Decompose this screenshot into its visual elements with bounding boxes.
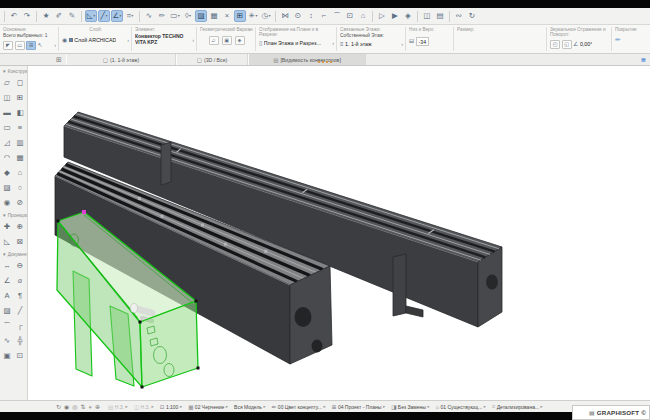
selection-node[interactable]: [141, 386, 144, 389]
snap-guides-icon[interactable]: ∠▾: [111, 10, 123, 22]
orbit-icon[interactable]: ↻: [56, 404, 61, 410]
pen-icon[interactable]: ✏: [156, 10, 168, 22]
level-dimension-tool[interactable]: ⊖: [14, 258, 27, 273]
zone-tool[interactable]: ⌂: [14, 165, 27, 180]
chevron-icon[interactable]: ›: [331, 40, 334, 46]
arrow-tool-icon[interactable]: ◤: [3, 41, 13, 50]
close-icon[interactable]: ×: [221, 10, 233, 22]
geometry-variant-2-icon[interactable]: ▣: [222, 36, 232, 45]
trace-reference-icon[interactable]: ▨: [195, 10, 207, 22]
morph-tool[interactable]: ◆: [1, 165, 14, 180]
overrides-field[interactable]: ◨Без Замены▸: [391, 404, 429, 410]
selection-node[interactable]: [139, 321, 142, 324]
spline-tool[interactable]: ∿: [1, 333, 14, 348]
fit-height-icon[interactable]: ↕: [305, 10, 317, 22]
dimension-standard-field[interactable]: ⌗Детализирована...▸: [492, 403, 543, 410]
skylight-tool[interactable]: ◧: [14, 105, 27, 120]
tab-overview-icon[interactable]: ⊞: [52, 54, 66, 65]
partial-structure-field[interactable]: ◫Н.З.▸: [134, 404, 154, 410]
zoom-icon[interactable]: ◎: [72, 404, 77, 410]
pen-set-field[interactable]: ✏00 Цвет концепту...▸: [272, 404, 326, 410]
floor-plan-cut-field[interactable]: ▤Н.З.▸: [108, 404, 128, 410]
layer-value[interactable]: Слой ARCHICAD: [74, 37, 116, 43]
layouts-icon[interactable]: ◈: [402, 10, 414, 22]
camera-tool[interactable]: ✚: [1, 219, 14, 234]
gear-icon[interactable]: ✳▾: [247, 10, 259, 22]
chevron-icon[interactable]: ›: [400, 41, 403, 47]
inject-parameters-icon[interactable]: ✎: [66, 10, 78, 22]
canvas-3d[interactable]: [28, 66, 650, 400]
toolbox-section-header[interactable]: ▼ Документирование: [0, 249, 27, 258]
opening-tool[interactable]: ⊘: [14, 195, 27, 210]
rotation-angle-value[interactable]: 0,00°: [580, 41, 592, 47]
guide-lines-icon[interactable]: ╱▾: [98, 10, 110, 22]
renovation-field[interactable]: ⌂01 Существующ...▸: [436, 404, 486, 410]
arc-tool[interactable]: ⌒: [1, 318, 14, 333]
undo-icon[interactable]: ↶: [8, 10, 20, 22]
clock-icon[interactable]: ◷▾: [260, 10, 272, 22]
toolbox-section-header[interactable]: ▼ Проекции: [0, 210, 27, 219]
toolbox-section-header[interactable]: ▼ Конструирование: [0, 66, 27, 75]
selection-settings-icon[interactable]: ⊞: [26, 41, 36, 50]
wall-tool[interactable]: ▱: [1, 75, 14, 90]
dimension-tool[interactable]: ↔: [1, 258, 14, 273]
link-icon[interactable]: ∾: [453, 10, 465, 22]
grid-icon[interactable]: ⊞: [234, 10, 246, 22]
selection-node[interactable]: [197, 367, 200, 370]
text-tool[interactable]: A: [1, 288, 14, 303]
lamp-tool[interactable]: ◉: [1, 195, 14, 210]
display-value[interactable]: План Этажа и Разрез...: [264, 40, 321, 46]
railing-tool[interactable]: ▥: [14, 135, 27, 150]
snap-grid-icon[interactable]: ⌗▾: [124, 10, 136, 22]
radial-dimension-tool[interactable]: ⌀: [14, 273, 27, 288]
lock-icon[interactable]: ◊▾: [182, 10, 194, 22]
geometry-variant-1-icon[interactable]: ▱: [209, 36, 219, 45]
stair-tool[interactable]: ≡: [14, 120, 27, 135]
selection-node[interactable]: [195, 300, 198, 303]
stories-value[interactable]: 1. 1-й этаж: [345, 41, 371, 47]
redo-icon[interactable]: ↷: [21, 10, 33, 22]
scale-field[interactable]: ⊡1:100▸: [160, 404, 182, 410]
shell-tool[interactable]: ◠: [1, 150, 14, 165]
gravity-icon[interactable]: ◺▾: [85, 10, 97, 22]
elevation-value[interactable]: -34: [416, 37, 430, 46]
pickup-parameters-icon[interactable]: ✐: [53, 10, 65, 22]
selection-hotspot-node[interactable]: [82, 210, 86, 214]
magnify-icon[interactable]: ⊕: [95, 404, 100, 410]
tab-3[interactable]: ▤[Видимость конвекторов]: [248, 54, 366, 65]
tab-1[interactable]: ▢(1. 1-й этаж): [66, 54, 176, 65]
fillet-icon[interactable]: ⌒: [331, 10, 343, 22]
curtain-wall-tool[interactable]: ▦: [14, 150, 27, 165]
fill-tool[interactable]: ▨: [1, 303, 14, 318]
favorites-icon[interactable]: ★: [40, 10, 52, 22]
picture-icon[interactable]: ▤: [434, 10, 446, 22]
geometry-variant-3-icon[interactable]: ◈: [235, 36, 245, 45]
slab-tool[interactable]: ▭: [1, 120, 14, 135]
figure-tool[interactable]: ▣: [1, 348, 14, 363]
hotspot-tool[interactable]: ╬: [14, 333, 27, 348]
marquee-tool-icon[interactable]: ▭: [15, 41, 25, 50]
flag-icon[interactable]: ▷: [376, 10, 388, 22]
paint-brush-icon[interactable]: ✏: [615, 36, 621, 43]
column-tool[interactable]: ◫: [1, 90, 14, 105]
layer-combination-field[interactable]: ▦02 Черчение▸: [188, 404, 228, 410]
angle-dimension-tool[interactable]: ∠: [1, 273, 14, 288]
structure-display-field[interactable]: Вся Модель▸: [234, 404, 266, 410]
back-convector-left-leg[interactable]: [161, 142, 171, 185]
pan-icon[interactable]: ⇅: [81, 404, 86, 410]
marquee-icon[interactable]: ▭▾: [169, 10, 181, 22]
home-icon[interactable]: ⌂: [357, 10, 369, 22]
sun-tool[interactable]: ⊕: [14, 219, 27, 234]
zoom-icon[interactable]: ⊙: [292, 10, 304, 22]
section-tool[interactable]: ◺: [1, 234, 14, 249]
roof-tool[interactable]: ◿: [1, 135, 14, 150]
rotate-icon[interactable]: ◱: [562, 40, 572, 49]
chevron-icon[interactable]: ›: [191, 37, 194, 43]
element-value[interactable]: Конвектор TECHNO VITA KPZ: [135, 34, 185, 46]
corner-icon[interactable]: ⌐: [318, 10, 330, 22]
schedule-icon[interactable]: ▦: [208, 10, 220, 22]
object-tool[interactable]: ○: [14, 180, 27, 195]
mirror-icon[interactable]: ◰: [550, 40, 560, 49]
door-tool[interactable]: ◻: [14, 75, 27, 90]
model-view-field[interactable]: ⊞04 Проект - Планы▸: [332, 404, 385, 410]
